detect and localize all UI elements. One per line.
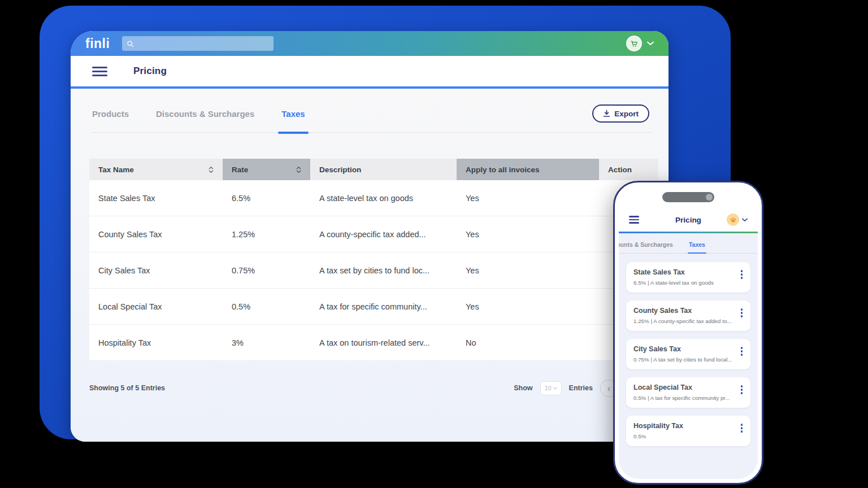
tax-card-title: Hospitality Tax: [633, 422, 734, 430]
hamburger-menu-icon[interactable]: [92, 67, 107, 76]
tab-products[interactable]: Products: [91, 106, 130, 132]
cell-apply-all: Yes: [457, 302, 599, 311]
kebab-menu-icon[interactable]: [740, 422, 744, 434]
cell-rate: 0.5%: [223, 302, 310, 311]
table-row: State Sales Tax 6.5% A state-level tax o…: [89, 180, 658, 216]
search-icon: [127, 40, 134, 47]
tabs-bar: Products Discounts & Surcharges Taxes Ex…: [91, 106, 652, 133]
cell-tax-name: County Sales Tax: [89, 230, 223, 239]
cell-description: A state-level tax on goods: [310, 194, 457, 203]
kebab-menu-icon[interactable]: [740, 346, 744, 357]
phone-page-header: Pricing: [619, 208, 758, 232]
tax-card-title: Local Special Tax: [633, 384, 734, 391]
tax-card-subtitle: 6.5% | A state-level tax on goods: [633, 280, 734, 286]
search-bar[interactable]: [122, 36, 274, 51]
cell-rate: 6.5%: [223, 194, 310, 203]
page-size-value: 10: [544, 385, 551, 391]
tab-discounts-surcharges[interactable]: Discounts & Surcharges: [155, 106, 255, 132]
column-header-action: Action: [599, 159, 658, 180]
table-row: County Sales Tax 1.25% A county-specific…: [89, 216, 658, 252]
table-header-row: Tax Name Rate Description Apply to all i…: [89, 159, 658, 180]
phone-screen: Pricing Discounts & Surcharges Taxes Sta…: [619, 186, 758, 479]
tax-card[interactable]: County Sales Tax 1.25% | A county-specif…: [626, 300, 750, 331]
cell-rate: 3%: [223, 338, 310, 347]
page-title: Pricing: [133, 66, 167, 77]
phone-notch: [662, 192, 714, 202]
entries-label: Entries: [569, 384, 593, 392]
chevron-down-icon[interactable]: [742, 218, 748, 222]
page-header: Pricing: [71, 56, 669, 86]
export-button[interactable]: Export: [592, 104, 649, 123]
cell-rate: 0.75%: [223, 266, 310, 275]
sort-icon[interactable]: [209, 166, 214, 173]
page-size-select[interactable]: 10: [540, 381, 562, 395]
kebab-menu-icon[interactable]: [740, 307, 744, 319]
column-label: Tax Name: [98, 165, 134, 174]
table-row: Local Special Tax 0.5% A tax for specifi…: [89, 289, 658, 325]
pagination-controls: Show 10 Entries ‹: [514, 380, 618, 397]
cell-apply-all: No: [457, 338, 599, 347]
paw-icon: [730, 216, 737, 224]
taxes-table: Tax Name Rate Description Apply to all i…: [89, 159, 658, 361]
cell-tax-name: Hospitality Tax: [89, 338, 223, 347]
show-label: Show: [514, 384, 532, 392]
phone-account-menu[interactable]: [727, 213, 748, 226]
tax-card[interactable]: Hospitality Tax 0.5%: [626, 416, 750, 446]
tax-card-subtitle: 0.75% | A tax set by cities to fund loca…: [633, 356, 734, 363]
tax-card-subtitle: 0.5% | A tax for specific community pr..…: [633, 395, 734, 401]
column-header-apply-to-all-invoices: Apply to all invoices: [457, 159, 599, 180]
column-label: Description: [319, 165, 361, 174]
chevron-down-icon: [553, 387, 557, 390]
tab-taxes[interactable]: Taxes: [280, 106, 306, 132]
table-row: Hospitality Tax 3% A tax on tourism-rela…: [89, 325, 658, 361]
cell-description: A tax set by cities to fund loc...: [310, 266, 457, 275]
tax-card[interactable]: City Sales Tax 0.75% | A tax set by citi…: [626, 339, 750, 369]
finli-logo: finli: [85, 36, 110, 51]
page-content: Products Discounts & Surcharges Taxes Ex…: [71, 89, 669, 442]
column-label: Action: [608, 165, 632, 174]
kebab-menu-icon[interactable]: [740, 269, 744, 280]
account-menu[interactable]: [626, 36, 654, 51]
entries-count-text: Showing 5 of 5 Entries: [89, 384, 165, 392]
search-input[interactable]: [137, 40, 269, 47]
chevron-down-icon[interactable]: [647, 41, 654, 46]
avatar[interactable]: [626, 36, 642, 51]
kebab-menu-icon[interactable]: [740, 384, 744, 395]
column-header-tax-name[interactable]: Tax Name: [89, 159, 223, 180]
column-header-rate[interactable]: Rate: [223, 159, 310, 180]
tax-card-subtitle: 1.25% | A county-specific tax added to..…: [633, 318, 734, 324]
cell-description: A county-specific tax added...: [310, 230, 457, 239]
cell-tax-name: City Sales Tax: [89, 266, 223, 275]
hamburger-menu-icon[interactable]: [629, 216, 639, 224]
cell-tax-name: Local Special Tax: [89, 302, 223, 311]
tab-taxes[interactable]: Taxes: [689, 241, 705, 253]
cell-apply-all: Yes: [457, 266, 599, 275]
cell-description: A tax for specific community...: [310, 302, 457, 311]
phone-tabs-bar: Discounts & Surcharges Taxes: [619, 233, 758, 254]
tax-card-title: State Sales Tax: [633, 268, 734, 276]
cell-description: A tax on tourism-related serv...: [310, 338, 457, 347]
tax-card[interactable]: Local Special Tax 0.5% | A tax for speci…: [626, 377, 750, 408]
column-label: Apply to all invoices: [466, 165, 540, 174]
sort-icon[interactable]: [296, 166, 301, 173]
app-header: finli: [71, 31, 669, 56]
cell-apply-all: Yes: [457, 194, 599, 203]
table-row: City Sales Tax 0.75% A tax set by cities…: [89, 252, 658, 289]
tax-card[interactable]: State Sales Tax 6.5% | A state-level tax…: [626, 262, 750, 293]
cell-tax-name: State Sales Tax: [89, 194, 223, 203]
cell-apply-all: Yes: [457, 230, 599, 239]
avatar[interactable]: [727, 213, 739, 226]
desktop-app-window: finli Pricing Products Discounts & Surch: [71, 31, 669, 442]
column-label: Rate: [232, 165, 248, 174]
phone-card-list: State Sales Tax 6.5% | A state-level tax…: [619, 254, 758, 455]
tax-card-subtitle: 0.5%: [633, 433, 734, 439]
column-header-description: Description: [310, 159, 457, 180]
cell-rate: 1.25%: [223, 230, 310, 239]
download-icon: [603, 110, 610, 117]
phone-mockup: Pricing Discounts & Surcharges Taxes Sta…: [613, 181, 763, 485]
table-footer: Showing 5 of 5 Entries Show 10 Entries ‹: [89, 379, 618, 397]
tax-card-title: City Sales Tax: [633, 345, 734, 353]
tax-card-title: County Sales Tax: [633, 307, 734, 315]
export-label: Export: [614, 110, 639, 118]
tab-discounts-surcharges[interactable]: Discounts & Surcharges: [619, 241, 673, 253]
